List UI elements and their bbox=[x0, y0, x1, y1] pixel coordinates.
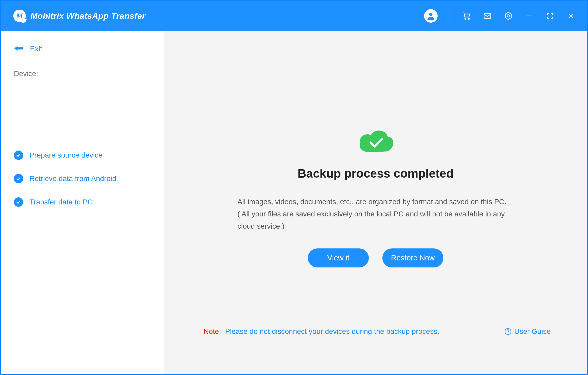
note-label: Note: bbox=[204, 327, 221, 336]
app-logo-wrap: M Mobitrix WhatsApp Transfer bbox=[13, 10, 145, 22]
note-text: Please do not disconnect your devices du… bbox=[225, 327, 439, 336]
exit-label: Exit bbox=[30, 45, 42, 53]
cart-button[interactable] bbox=[462, 11, 471, 20]
settings-hex-icon bbox=[504, 11, 513, 20]
help-circle-icon bbox=[504, 328, 512, 335]
svg-point-10 bbox=[508, 333, 508, 334]
header-bar: M Mobitrix WhatsApp Transfer bbox=[1, 1, 587, 31]
logo-letter: M bbox=[16, 12, 23, 20]
svg-rect-3 bbox=[484, 13, 491, 18]
minimize-icon bbox=[525, 12, 533, 20]
step-prepare-source[interactable]: Prepare source device bbox=[14, 151, 151, 160]
cloud-success-icon bbox=[356, 127, 395, 154]
check-circle-icon bbox=[14, 197, 23, 207]
fullscreen-icon bbox=[546, 12, 554, 20]
user-guide-label: User Guise bbox=[514, 327, 551, 336]
sidebar: Exit Device: Prepare source device Retri… bbox=[1, 31, 164, 374]
user-guide-link[interactable]: User Guise bbox=[504, 327, 551, 336]
mail-icon bbox=[483, 11, 492, 20]
step-retrieve-data[interactable]: Retrieve data from Android bbox=[14, 174, 151, 183]
cart-icon bbox=[462, 11, 471, 20]
sidebar-divider bbox=[14, 138, 151, 138]
check-circle-icon bbox=[14, 174, 23, 183]
close-icon bbox=[567, 12, 574, 20]
step-list: Prepare source device Retrieve data from… bbox=[14, 151, 151, 207]
page-title: Backup process completed bbox=[298, 166, 454, 180]
action-buttons: View it Restore Now bbox=[308, 248, 443, 267]
svg-point-2 bbox=[468, 18, 469, 20]
minimize-button[interactable] bbox=[525, 11, 534, 20]
description-text-1: All images, videos, documents, etc., are… bbox=[237, 196, 514, 208]
step-label: Transfer data to PC bbox=[29, 198, 93, 206]
app-title: Mobitrix WhatsApp Transfer bbox=[30, 11, 145, 21]
footer-bar: Note: Please do not disconnect your devi… bbox=[164, 327, 587, 336]
device-label: Device: bbox=[14, 70, 151, 78]
exit-button[interactable]: Exit bbox=[14, 45, 151, 53]
close-button[interactable] bbox=[566, 11, 575, 20]
step-transfer-data[interactable]: Transfer data to PC bbox=[14, 197, 151, 207]
svg-point-0 bbox=[429, 13, 433, 16]
account-button[interactable] bbox=[424, 9, 438, 23]
check-circle-icon bbox=[14, 151, 23, 160]
app-logo-icon: M bbox=[13, 10, 26, 22]
maximize-button[interactable] bbox=[546, 11, 554, 20]
view-it-button[interactable]: View it bbox=[308, 248, 369, 267]
mail-button[interactable] bbox=[483, 11, 492, 20]
divider bbox=[450, 12, 450, 20]
step-label: Retrieve data from Android bbox=[29, 174, 116, 183]
main-panel: Backup process completed All images, vid… bbox=[164, 31, 587, 374]
restore-now-button[interactable]: Restore Now bbox=[382, 248, 443, 267]
settings-button[interactable] bbox=[504, 11, 513, 20]
svg-point-1 bbox=[465, 18, 466, 20]
svg-point-4 bbox=[507, 15, 509, 17]
result-block: Backup process completed All images, vid… bbox=[237, 127, 514, 267]
header-actions bbox=[424, 9, 575, 23]
arrow-left-icon bbox=[14, 45, 24, 53]
step-label: Prepare source device bbox=[29, 151, 102, 159]
user-icon bbox=[426, 11, 436, 21]
speech-tail-icon bbox=[21, 18, 27, 23]
description-text-2: ( All your files are saved exclusively o… bbox=[237, 208, 514, 232]
svg-rect-8 bbox=[17, 47, 23, 49]
